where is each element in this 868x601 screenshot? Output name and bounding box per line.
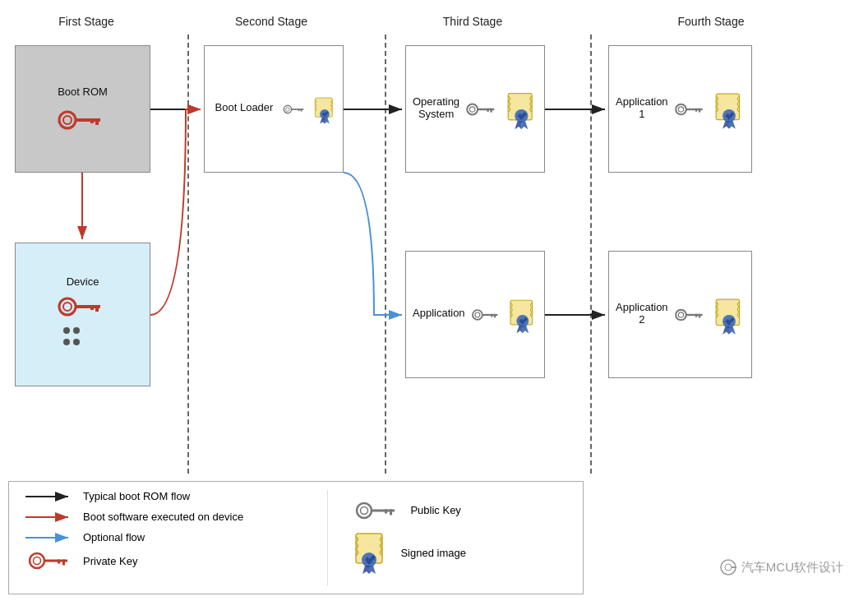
svg-point-29 bbox=[475, 312, 480, 317]
boot-rom-key-icon bbox=[54, 108, 112, 132]
legend-red-arrow-icon bbox=[25, 511, 75, 523]
svg-point-35 bbox=[676, 104, 686, 114]
device-dots-icon bbox=[58, 321, 108, 354]
application2-title: Application 2 bbox=[616, 301, 668, 326]
svg-point-36 bbox=[678, 106, 683, 111]
svg-point-42 bbox=[676, 309, 686, 320]
application1-title: Application 1 bbox=[616, 95, 668, 120]
legend-signed-image-icon bbox=[353, 532, 392, 575]
svg-point-1 bbox=[63, 116, 72, 124]
svg-point-70 bbox=[725, 564, 732, 571]
svg-point-58 bbox=[34, 557, 41, 565]
stage-second-label: Second Stage bbox=[201, 15, 341, 28]
legend-private-key-icon bbox=[25, 552, 75, 570]
legend-item-private-key: Private Key bbox=[25, 552, 302, 570]
svg-rect-17 bbox=[301, 109, 302, 111]
svg-rect-71 bbox=[732, 566, 736, 568]
svg-point-15 bbox=[286, 107, 290, 111]
application-key-icon bbox=[470, 306, 504, 324]
svg-rect-32 bbox=[491, 313, 492, 317]
legend-item-signed-image: Signed image bbox=[353, 532, 566, 575]
stage-fourth-label: Fourth Stage bbox=[608, 15, 814, 28]
application-box: Application bbox=[405, 251, 545, 378]
svg-point-12 bbox=[63, 339, 70, 345]
boot-loader-title: Boot Loader bbox=[211, 101, 277, 113]
svg-rect-46 bbox=[695, 313, 696, 317]
svg-point-62 bbox=[357, 503, 372, 518]
boot-rom-title: Boot ROM bbox=[58, 86, 108, 98]
application1-box: Application 1 bbox=[608, 45, 752, 173]
svg-rect-3 bbox=[95, 118, 99, 125]
os-title: Operating System bbox=[413, 95, 459, 120]
legend-private-key-label: Private Key bbox=[83, 555, 137, 567]
dashed-line-2 bbox=[385, 35, 386, 474]
svg-point-63 bbox=[361, 506, 368, 514]
os-cert-icon bbox=[506, 86, 538, 132]
boot-loader-box: Boot Loader bbox=[204, 45, 344, 173]
legend-black-arrow-label: Typical boot ROM flow bbox=[83, 490, 190, 502]
svg-rect-66 bbox=[385, 509, 387, 513]
watermark-icon bbox=[719, 558, 737, 576]
watermark: 汽车MCU软件设计 bbox=[719, 558, 843, 576]
svg-point-57 bbox=[30, 553, 44, 568]
application-title: Application bbox=[413, 307, 465, 319]
legend-item-blue-arrow: Optional flow bbox=[25, 531, 302, 543]
legend-public-key-label: Public Key bbox=[410, 504, 460, 516]
application2-cert-icon bbox=[713, 292, 745, 338]
svg-rect-18 bbox=[298, 109, 300, 111]
diagram-area: First Stage Second Stage Third Stage Fou… bbox=[0, 0, 868, 601]
boot-loader-cert-icon bbox=[313, 86, 336, 132]
svg-point-13 bbox=[73, 339, 80, 345]
legend-black-arrow-icon bbox=[25, 491, 75, 502]
os-box: Operating System bbox=[405, 45, 545, 173]
svg-point-11 bbox=[73, 327, 80, 334]
legend-blue-arrow-icon bbox=[25, 532, 75, 543]
svg-point-5 bbox=[59, 298, 76, 315]
stage-first-label: First Stage bbox=[16, 15, 156, 28]
device-key-icon bbox=[54, 294, 112, 319]
svg-rect-65 bbox=[390, 509, 392, 515]
application2-key-icon bbox=[673, 306, 709, 324]
boot-rom-box: Boot ROM bbox=[15, 45, 150, 173]
application1-key-icon bbox=[673, 100, 709, 118]
svg-point-10 bbox=[63, 327, 70, 334]
stage-third-label: Third Stage bbox=[403, 15, 542, 28]
svg-rect-24 bbox=[490, 108, 492, 112]
device-box: Device bbox=[15, 243, 150, 386]
legend-signed-image-label: Signed image bbox=[400, 547, 466, 559]
svg-rect-4 bbox=[90, 118, 94, 123]
legend-red-arrow-label: Boot software executed on device bbox=[83, 511, 243, 523]
svg-rect-45 bbox=[698, 313, 699, 317]
legend-divider bbox=[327, 490, 328, 585]
svg-point-0 bbox=[59, 112, 76, 128]
svg-rect-8 bbox=[95, 305, 99, 312]
application1-cert-icon bbox=[713, 86, 745, 132]
legend-right-col: Public Key Signed image bbox=[353, 490, 566, 585]
svg-rect-31 bbox=[494, 313, 496, 317]
legend-item-red-arrow: Boot software executed on device bbox=[25, 511, 302, 523]
svg-rect-39 bbox=[695, 108, 696, 111]
watermark-text: 汽车MCU软件设计 bbox=[741, 560, 843, 576]
svg-rect-38 bbox=[698, 108, 699, 112]
svg-point-43 bbox=[678, 312, 683, 317]
svg-rect-9 bbox=[90, 305, 94, 310]
svg-rect-25 bbox=[487, 108, 488, 111]
legend-left-col: Typical boot ROM flow Boot software exec… bbox=[25, 490, 302, 585]
os-key-icon bbox=[464, 100, 501, 118]
svg-rect-60 bbox=[62, 560, 65, 566]
svg-point-6 bbox=[63, 303, 72, 311]
legend-public-key-icon bbox=[353, 502, 402, 520]
application2-box: Application 2 bbox=[608, 251, 752, 378]
application-cert-icon bbox=[508, 292, 538, 338]
svg-point-22 bbox=[470, 106, 475, 111]
svg-point-21 bbox=[467, 104, 478, 114]
dashed-line-3 bbox=[590, 35, 592, 474]
legend-item-black-arrow: Typical boot ROM flow bbox=[25, 490, 302, 502]
svg-rect-61 bbox=[58, 560, 60, 564]
boot-loader-key-icon bbox=[282, 100, 308, 118]
svg-point-28 bbox=[473, 310, 482, 320]
legend-box: Typical boot ROM flow Boot software exec… bbox=[8, 481, 584, 594]
legend-item-public-key: Public Key bbox=[353, 502, 566, 520]
legend-blue-arrow-label: Optional flow bbox=[83, 531, 145, 543]
device-title: Device bbox=[67, 275, 99, 288]
